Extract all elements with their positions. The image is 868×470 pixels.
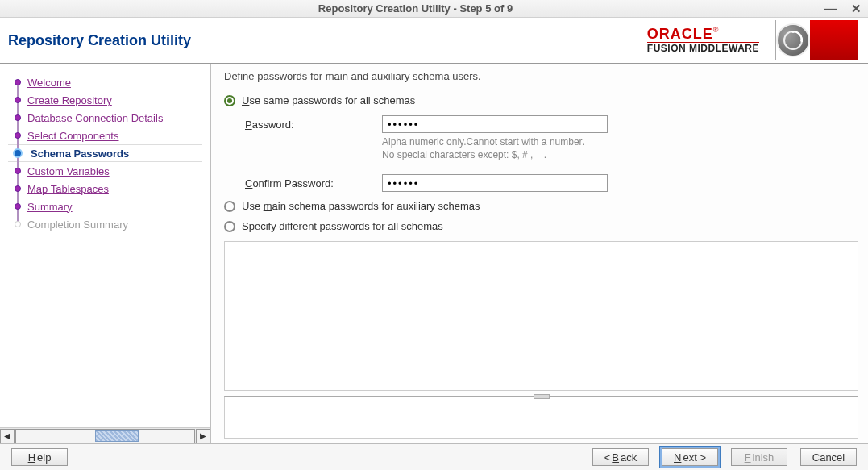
brand-banner: [810, 20, 858, 60]
finish-button: Finish: [731, 448, 787, 466]
step-map-tablespaces[interactable]: Map Tablespaces: [8, 180, 210, 198]
password-hint: Alpha numeric only.Cannot start with a n…: [382, 136, 858, 161]
step-create-repository[interactable]: Create Repository: [8, 91, 210, 109]
cancel-button[interactable]: Cancel: [800, 448, 857, 466]
scroll-left-icon[interactable]: ◀: [0, 429, 15, 443]
page-title: Repository Creation Utility: [8, 32, 191, 49]
step-completion-summary: Completion Summary: [8, 215, 210, 233]
minimize-icon[interactable]: —: [824, 2, 837, 16]
option-same-passwords[interactable]: Use same passwords for all schemas: [224, 94, 858, 106]
radio-icon[interactable]: [224, 201, 235, 212]
step-label: Completion Summary: [27, 218, 128, 231]
footer: Help < Back Next > Finish Cancel: [0, 443, 868, 470]
sidebar: Welcome Create Repository Database Conne…: [0, 64, 211, 443]
sidebar-scrollbar[interactable]: ◀ ▶: [0, 427, 210, 443]
step-welcome[interactable]: Welcome: [8, 73, 210, 91]
option-label: Use same passwords for all schemas: [242, 94, 415, 106]
schema-password-table: [224, 241, 858, 391]
help-button[interactable]: Help: [11, 448, 68, 466]
confirm-password-input[interactable]: [382, 174, 608, 192]
step-label: Custom Variables: [27, 165, 110, 177]
instruction-text: Define passwords for main and auxiliary …: [224, 70, 858, 82]
step-label: Map Tablespaces: [27, 183, 109, 195]
splitter-handle[interactable]: [534, 394, 550, 399]
step-select-components[interactable]: Select Components: [8, 127, 210, 144]
scroll-thumb[interactable]: [95, 430, 139, 442]
step-label: Summary: [27, 201, 73, 213]
option-specify-passwords[interactable]: Specify different passwords for all sche…: [224, 220, 858, 232]
scroll-right-icon[interactable]: ▶: [196, 429, 210, 443]
confirm-password-label: Confirm Password:: [245, 177, 366, 189]
close-icon[interactable]: ✕: [851, 2, 862, 16]
logo-area: ORACLE® FUSION MIDDLEWARE: [647, 20, 858, 60]
step-label: Welcome: [27, 77, 71, 89]
titlebar: Repository Creation Utility - Step 5 of …: [0, 0, 868, 18]
message-panel: [224, 396, 858, 439]
svg-point-2: [800, 39, 803, 42]
next-button[interactable]: Next >: [662, 448, 718, 466]
back-button[interactable]: < Back: [592, 448, 649, 466]
content-panel: Define passwords for main and auxiliary …: [211, 64, 868, 443]
header: Repository Creation Utility ORACLE® FUSI…: [0, 18, 868, 64]
step-label: Create Repository: [27, 94, 112, 106]
radio-icon[interactable]: [224, 95, 235, 106]
option-label: Specify different passwords for all sche…: [242, 220, 443, 232]
product-icon: [776, 23, 810, 57]
step-database-connection[interactable]: Database Connection Details: [8, 109, 210, 127]
step-label: Schema Passwords: [27, 147, 132, 160]
step-label: Database Connection Details: [27, 112, 163, 124]
scroll-track[interactable]: [15, 429, 195, 443]
step-summary[interactable]: Summary: [8, 198, 210, 215]
step-schema-passwords[interactable]: Schema Passwords: [8, 144, 202, 162]
step-custom-variables[interactable]: Custom Variables: [8, 162, 210, 180]
option-label: Use main schema passwords for auxiliary …: [242, 200, 480, 212]
brand-name: ORACLE: [647, 26, 713, 42]
radio-icon[interactable]: [224, 221, 235, 232]
svg-point-1: [791, 31, 795, 33]
option-main-passwords[interactable]: Use main schema passwords for auxiliary …: [224, 200, 858, 212]
brand-sub: FUSION MIDDLEWARE: [647, 42, 759, 54]
window-title: Repository Creation Utility - Step 5 of …: [6, 2, 824, 15]
step-label: Select Components: [27, 130, 118, 142]
password-input[interactable]: [382, 115, 608, 133]
password-label: Password:: [245, 119, 366, 131]
